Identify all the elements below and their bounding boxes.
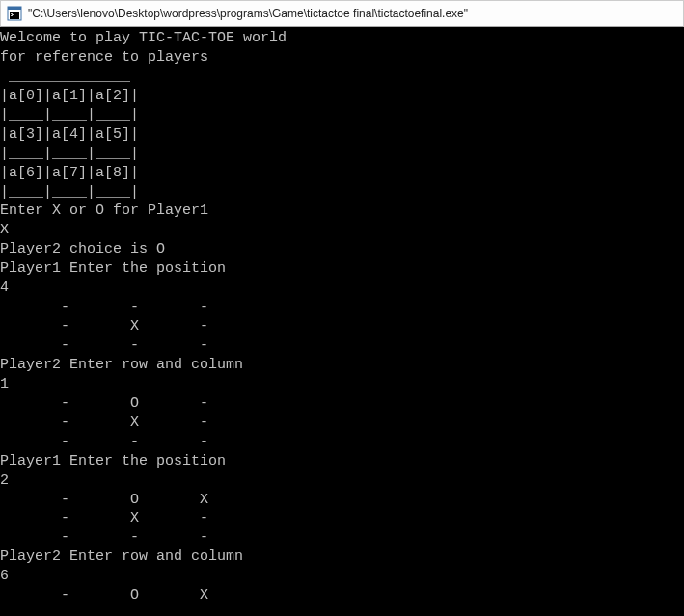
window-title: "C:\Users\lenovo\Desktop\wordpress\progr… xyxy=(28,7,468,20)
window-titlebar: "C:\Users\lenovo\Desktop\wordpress\progr… xyxy=(0,0,684,27)
svg-rect-5 xyxy=(11,15,13,16)
svg-rect-1 xyxy=(8,7,21,10)
svg-rect-4 xyxy=(12,14,14,15)
console-app-icon xyxy=(7,6,22,21)
console-output[interactable]: Welcome to play TIC-TAC-TOE world for re… xyxy=(0,27,684,616)
svg-rect-3 xyxy=(11,13,13,14)
